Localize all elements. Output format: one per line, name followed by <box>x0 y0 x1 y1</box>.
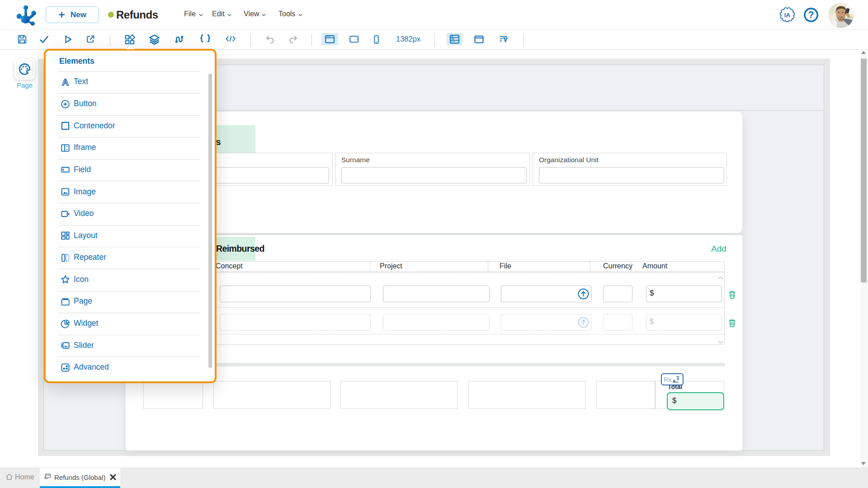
svg-text:?: ? <box>808 9 814 20</box>
svg-text:IA: IA <box>784 12 791 19</box>
svg-text:a: a <box>673 378 676 384</box>
